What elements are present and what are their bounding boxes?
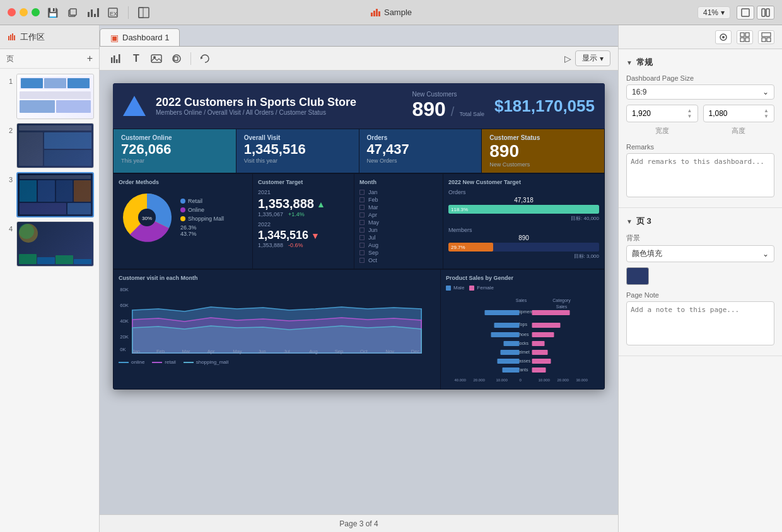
dashboard-tab[interactable]: ▣ Dashboard 1 (100, 28, 180, 46)
duplicate-icon[interactable] (65, 5, 80, 20)
customer-target-chart: Customer Target 2021 1,353,888 ▲ 1,335,0… (253, 174, 354, 269)
page-size-select[interactable]: 16:9 ⌄ (626, 84, 774, 100)
app-title-area: Sample (370, 8, 412, 18)
close-button[interactable] (8, 8, 16, 16)
svg-rect-60 (485, 310, 520, 315)
svg-text:30,000: 30,000 (576, 378, 588, 381)
svg-rect-2 (88, 12, 90, 17)
svg-rect-24 (119, 54, 120, 63)
display-button[interactable]: 显示 ▾ (575, 50, 610, 66)
dashboard-header: 2022 Customers in Sports Club Store Memb… (113, 83, 605, 129)
right-panel: ▼ 常规 Dashboard Page Size 16:9 ⌄ 1,920 ▲ … (618, 25, 782, 532)
svg-text:10,000: 10,000 (496, 378, 508, 381)
svg-text:Apr: Apr (207, 349, 215, 354)
page-thumb-2[interactable]: 2 (5, 123, 94, 168)
svg-rect-18 (10, 35, 11, 40)
svg-rect-85 (740, 38, 744, 42)
app-title: Sample (384, 8, 412, 17)
svg-rect-1 (70, 9, 76, 15)
svg-text:Sales: Sales (516, 298, 527, 303)
svg-rect-72 (532, 359, 551, 364)
width-input[interactable]: 1,920 ▲ ▼ (626, 105, 698, 122)
remarks-textarea[interactable] (626, 153, 774, 197)
insert-chart-button[interactable] (107, 50, 125, 67)
height-input[interactable]: 1,080 ▲ ▼ (703, 105, 775, 122)
svg-text:40K: 40K (120, 318, 129, 324)
titlebar: 💾 EX Sample 41% ▾ (0, 0, 782, 25)
dashboard-title: 2022 Customers in Sports Club Store (156, 96, 402, 109)
view-single-icon[interactable] (737, 6, 754, 20)
zoom-control[interactable]: 41% ▾ (697, 6, 730, 19)
page3-section-header[interactable]: ▼ 页 3 (626, 216, 774, 227)
svg-rect-9 (139, 8, 143, 18)
svg-text:20K: 20K (120, 334, 129, 340)
properties-icon[interactable] (715, 30, 732, 44)
toolbar-right: ▷ 显示 ▾ (564, 50, 610, 66)
insert-shape-button[interactable] (168, 50, 185, 67)
collapse-icon-2: ▼ (626, 218, 633, 225)
kpi-orders: Orders 47,437 New Orders (359, 129, 482, 173)
sidebar-header: 工作区 (0, 25, 99, 49)
chart-icon[interactable] (85, 5, 100, 20)
insert-text-button[interactable]: T (127, 50, 145, 67)
page-note-textarea[interactable] (626, 301, 774, 345)
svg-rect-73 (532, 367, 546, 373)
kpi-overall-visit: Overall Visit 1,345,516 Visit this year (236, 129, 359, 173)
svg-rect-86 (745, 38, 749, 42)
svg-text:EX: EX (110, 11, 117, 17)
background-select[interactable]: 颜色填充 ⌄ (626, 245, 774, 262)
insert-image-button[interactable] (148, 50, 165, 67)
svg-text:Jul: Jul (284, 349, 290, 354)
svg-rect-11 (373, 11, 375, 16)
svg-rect-63 (504, 341, 520, 346)
layout-icon[interactable] (136, 5, 151, 20)
svg-rect-71 (532, 350, 548, 355)
page-thumb-1[interactable]: 1 (5, 74, 94, 119)
svg-rect-65 (498, 359, 520, 364)
svg-text:Sep: Sep (335, 349, 344, 354)
color-swatch[interactable] (626, 267, 649, 285)
maximize-button[interactable] (32, 8, 40, 16)
svg-text:Aug: Aug (309, 349, 318, 354)
svg-rect-87 (762, 33, 771, 37)
edit-toolbar: T ▷ 显示 ▾ (100, 47, 618, 71)
svg-rect-84 (745, 33, 749, 37)
kpi-customer-status: Customer Status 890 New Customers (482, 129, 604, 173)
add-page-button[interactable]: + (87, 53, 93, 64)
view-split-icon[interactable] (757, 6, 774, 20)
svg-rect-13 (378, 11, 380, 16)
svg-rect-28 (174, 57, 178, 61)
status-bar: Page 3 of 4 (100, 514, 618, 532)
svg-rect-5 (97, 8, 99, 17)
svg-text:20,000: 20,000 (557, 378, 569, 381)
page-thumb-3[interactable]: 3 (5, 172, 94, 217)
export-icon[interactable]: EX (105, 5, 120, 20)
svg-rect-64 (501, 350, 520, 355)
minimize-button[interactable] (20, 8, 28, 16)
grid-icon[interactable] (737, 30, 753, 44)
svg-rect-10 (371, 13, 373, 16)
svg-rect-17 (8, 36, 9, 40)
svg-text:40,000: 40,000 (455, 378, 467, 381)
svg-rect-88 (762, 38, 766, 42)
collapse-icon: ▼ (626, 59, 633, 66)
order-methods-chart: Order Methods 30% (114, 174, 252, 269)
svg-rect-62 (491, 332, 520, 337)
save-icon[interactable]: 💾 (45, 5, 60, 20)
svg-rect-19 (12, 33, 13, 40)
general-section-header[interactable]: ▼ 常规 (626, 57, 774, 68)
svg-text:May: May (233, 349, 242, 354)
layout-grid-icon[interactable] (758, 30, 774, 44)
svg-text:0K: 0K (120, 347, 125, 352)
tab-icon: ▣ (110, 33, 119, 43)
tab-label: Dashboard 1 (122, 33, 169, 42)
svg-text:30%: 30% (142, 216, 152, 221)
page-thumb-4[interactable]: 4 (5, 221, 94, 267)
refresh-button[interactable] (196, 50, 214, 67)
page3-label: 页 3 (636, 216, 651, 227)
svg-text:Dec: Dec (411, 349, 420, 354)
svg-rect-4 (94, 14, 96, 17)
canvas-area[interactable]: 2022 Customers in Sports Club Store Memb… (100, 71, 618, 514)
svg-text:Nov: Nov (385, 349, 394, 354)
dashboard-preview: 2022 Customers in Sports Club Store Memb… (113, 83, 605, 390)
